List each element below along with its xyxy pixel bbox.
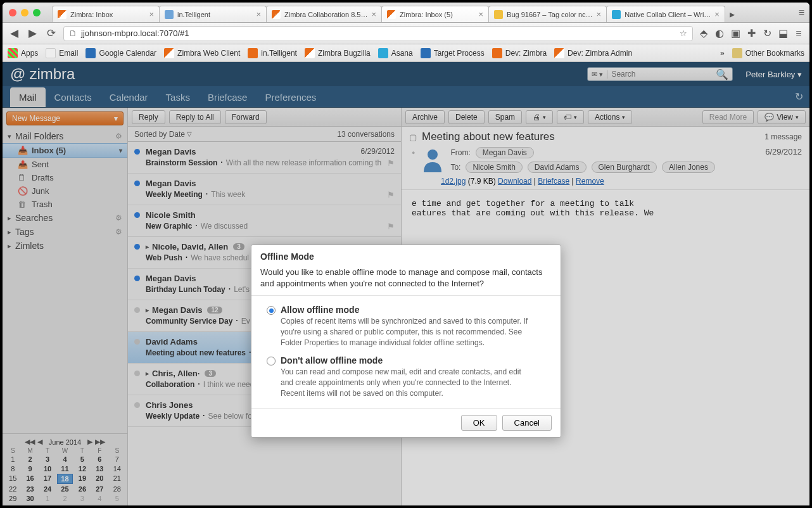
- bookmarks-bar: Apps Email Google Calendar Zimbra Web Cl…: [3, 44, 809, 62]
- tab-title: Zimbra: Inbox: [70, 11, 113, 18]
- favicon-icon: [494, 10, 503, 19]
- close-tab-icon[interactable]: ×: [714, 10, 720, 19]
- bookmark-item[interactable]: Dev: Zimbra: [492, 48, 547, 58]
- window-controls: [3, 9, 47, 16]
- option-description: Copies of recent items will be synchroni…: [281, 316, 534, 348]
- browser-tabstrip: Zimbra: Inbox× in.Telligent× Zimbra Coll…: [3, 3, 809, 23]
- apps-button[interactable]: Apps: [8, 48, 38, 58]
- extension-icon[interactable]: ▣: [730, 28, 741, 39]
- option-label: Don't allow offline mode: [281, 355, 534, 365]
- bookmark-item[interactable]: Email: [46, 48, 78, 58]
- browser-tab[interactable]: in.Telligent×: [159, 6, 267, 22]
- bookmark-icon: [492, 48, 502, 58]
- tab-title: Bug 91667 – Tag color nc…: [507, 11, 593, 18]
- bookmark-icon: [86, 48, 96, 58]
- forward-button[interactable]: ▶: [26, 27, 39, 40]
- option-allow-offline[interactable]: Allow offline mode Copies of recent item…: [267, 305, 552, 348]
- close-window-icon[interactable]: [9, 9, 16, 16]
- favicon-icon: [58, 10, 67, 19]
- page-icon: 🗋: [69, 29, 77, 38]
- bookmark-item[interactable]: Dev: Zimbra Admin: [554, 48, 632, 58]
- bookmarks-overflow[interactable]: »: [720, 49, 725, 58]
- browser-tab[interactable]: Bug 91667 – Tag color nc…×: [488, 6, 607, 22]
- radio-button[interactable]: [267, 306, 276, 315]
- bookmark-icon: [305, 48, 315, 58]
- bookmark-item[interactable]: Google Calendar: [86, 48, 156, 58]
- reload-button[interactable]: ⟳: [44, 27, 58, 40]
- option-disallow-offline[interactable]: Don't allow offline mode You can read an…: [267, 355, 552, 398]
- bookmark-item[interactable]: Zimbra Web Client: [164, 48, 240, 58]
- favicon-icon: [272, 10, 281, 19]
- offline-mode-dialog: Offline Mode Would you like to enable of…: [251, 244, 561, 438]
- close-tab-icon[interactable]: ×: [478, 10, 483, 19]
- bookmark-icon: [378, 48, 388, 58]
- browser-tab[interactable]: Zimbra Collaboration 8.5…×: [266, 6, 382, 22]
- new-tab-button[interactable]: ▸: [725, 8, 740, 20]
- extension-icon[interactable]: ⬘: [698, 28, 709, 39]
- extension-icon[interactable]: ◐: [714, 28, 725, 39]
- address-bar[interactable]: 🗋 jjohnson-mbpro.local:7070/#1 ☆: [63, 26, 693, 41]
- extension-icon[interactable]: ✚: [745, 28, 757, 39]
- browser-tab[interactable]: Native Collab Client – Wri…×: [606, 6, 725, 22]
- dialog-title: Offline Mode: [251, 245, 561, 264]
- tab-title: Native Collab Client – Wri…: [625, 11, 711, 18]
- bookmark-star-icon[interactable]: ☆: [680, 29, 687, 38]
- folder-icon: [732, 48, 742, 58]
- zoom-window-icon[interactable]: [33, 9, 41, 16]
- bookmark-item[interactable]: Zimbra Bugzilla: [305, 48, 371, 58]
- modal-overlay: Offline Mode Would you like to enable of…: [3, 62, 809, 505]
- close-tab-icon[interactable]: ×: [149, 10, 154, 19]
- bookmark-icon: [46, 48, 56, 58]
- tab-title: Zimbra Collaboration 8.5…: [284, 11, 367, 18]
- radio-button[interactable]: [267, 357, 276, 365]
- option-label: Allow offline mode: [281, 305, 534, 315]
- bookmark-icon: [421, 48, 431, 58]
- browser-tab-active[interactable]: Zimbra: Inbox (5)×: [381, 6, 489, 22]
- bookmark-icon: [164, 48, 174, 58]
- cancel-button[interactable]: Cancel: [502, 415, 552, 431]
- chrome-menu-button[interactable]: ≡: [793, 28, 804, 39]
- other-bookmarks[interactable]: Other Bookmarks: [732, 48, 804, 58]
- favicon-icon: [387, 10, 396, 19]
- close-tab-icon[interactable]: ×: [256, 10, 261, 19]
- tab-title: in.Telligent: [177, 11, 210, 18]
- extension-icon[interactable]: ⬓: [777, 28, 789, 39]
- close-tab-icon[interactable]: ×: [371, 10, 376, 19]
- minimize-window-icon[interactable]: [21, 9, 29, 16]
- favicon-icon: [165, 10, 174, 19]
- zimbra-app: @zimbra ✉ ▾ 🔍 Peter Barkley ▾ Mail Conta…: [3, 62, 809, 505]
- ok-button[interactable]: OK: [461, 415, 497, 431]
- bookmark-icon: [554, 48, 564, 58]
- tab-title: Zimbra: Inbox (5): [400, 11, 453, 18]
- browser-toolbar: ◀ ▶ ⟳ 🗋 jjohnson-mbpro.local:7070/#1 ☆ ⬘…: [3, 23, 809, 44]
- back-button[interactable]: ◀: [8, 27, 21, 40]
- favicon-icon: [612, 10, 621, 19]
- bookmark-item[interactable]: in.Telligent: [248, 48, 297, 58]
- extension-icon[interactable]: ↻: [761, 28, 773, 39]
- bookmark-item[interactable]: Target Process: [421, 48, 485, 58]
- close-tab-icon[interactable]: ×: [597, 10, 602, 19]
- option-description: You can read and compose new mail, edit …: [281, 367, 534, 398]
- dialog-message: Would you like to enable offline mode to…: [251, 264, 561, 295]
- bookmark-icon: [248, 48, 258, 58]
- url-text: jjohnson-mbpro.local:7070/#1: [81, 29, 189, 38]
- browser-tab[interactable]: Zimbra: Inbox×: [52, 6, 160, 22]
- apps-icon: [8, 48, 18, 58]
- bookmark-item[interactable]: Asana: [378, 48, 413, 58]
- tab-overflow-icon[interactable]: ≡: [799, 7, 804, 18]
